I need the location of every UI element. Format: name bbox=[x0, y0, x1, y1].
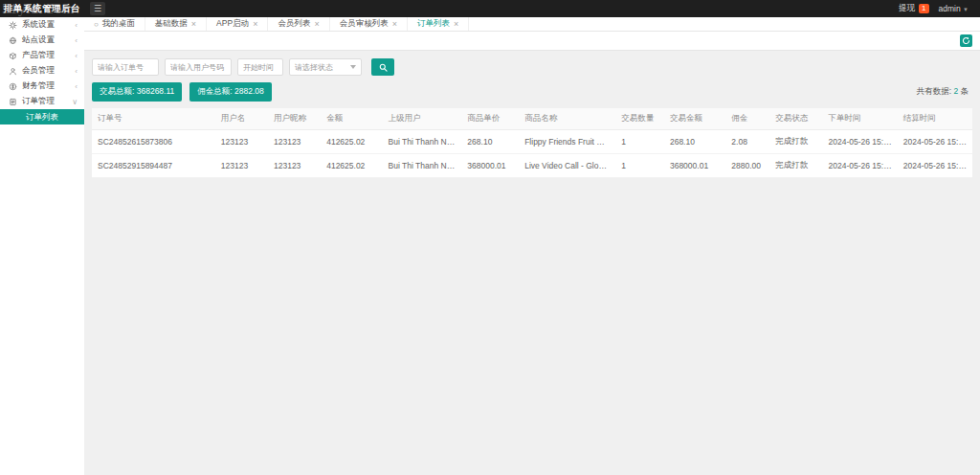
order-number-input[interactable] bbox=[92, 58, 159, 76]
tab-basic-data[interactable]: 基础数据 × bbox=[145, 17, 207, 31]
user-number-input[interactable] bbox=[165, 58, 232, 76]
tab-bar: ○ 我的桌面 基础数据 × APP启动 × 会员列表 × 会员审核列表 × 订单… bbox=[84, 17, 980, 32]
main-area: ○ 我的桌面 基础数据 × APP启动 × 会员列表 × 会员审核列表 × 订单… bbox=[84, 17, 980, 475]
tab-app-launch[interactable]: APP启动 × bbox=[207, 17, 268, 31]
sidebar-item-order-list-active[interactable]: 订单列表 bbox=[0, 109, 84, 124]
cell-settle-time: 2024-05-26 15:07:19 bbox=[898, 130, 972, 154]
col-username: 用户名 bbox=[215, 108, 268, 130]
col-nickname: 用户昵称 bbox=[268, 108, 321, 130]
orders-table: 订单号 用户名 用户昵称 金额 上级用户 商品单价 商品名称 交易数量 交易金额… bbox=[92, 108, 972, 178]
col-order-time: 下单时间 bbox=[823, 108, 898, 130]
filter-row: 请选择状态 bbox=[92, 58, 972, 76]
close-icon[interactable]: × bbox=[392, 20, 397, 29]
cell-unit-price: 368000.01 bbox=[461, 154, 519, 178]
col-order-no: 订单号 bbox=[92, 108, 215, 130]
col-upline-user: 上级用户 bbox=[383, 108, 462, 130]
clipboard-icon bbox=[9, 98, 17, 106]
cell-product-name: Live Video Call - Global Call bbox=[519, 154, 615, 178]
top-header: 排单系统管理后台 ☰ 提现 1 admin ▼ bbox=[0, 0, 980, 17]
cell-trade-amount: 268.10 bbox=[664, 130, 725, 154]
cell-trade-qty: 1 bbox=[615, 130, 664, 154]
search-icon bbox=[379, 63, 388, 72]
tab-label: 会员审核列表 bbox=[340, 18, 389, 30]
close-icon[interactable]: × bbox=[191, 20, 196, 29]
close-icon[interactable]: × bbox=[454, 20, 458, 29]
tab-member-audit-list[interactable]: 会员审核列表 × bbox=[330, 17, 408, 31]
cell-order-time: 2024-05-26 15:08:04 bbox=[823, 154, 898, 178]
sidebar-item-order-management[interactable]: 订单管理 ∨ bbox=[0, 94, 84, 109]
tab-label: 会员列表 bbox=[278, 18, 310, 30]
chevron-left-icon: ‹ bbox=[75, 82, 78, 91]
col-trade-status: 交易状态 bbox=[769, 108, 822, 130]
col-trade-qty: 交易数量 bbox=[615, 108, 664, 130]
chevron-down-icon: ∨ bbox=[72, 98, 78, 106]
tab-label: 我的桌面 bbox=[102, 18, 135, 30]
status-select[interactable]: 请选择状态 bbox=[289, 58, 362, 76]
sidebar: 系统设置 ‹ 站点设置 ‹ 产品管理 ‹ 会员管理 ‹ 财务管理 ‹ 订单管理 … bbox=[0, 17, 84, 475]
dollar-icon bbox=[9, 82, 17, 91]
chevron-left-icon: ‹ bbox=[75, 67, 78, 76]
cell-upline-user: Bui Thi Thanh Nhan bbox=[383, 130, 462, 154]
tab-label: 基础数据 bbox=[155, 18, 188, 30]
close-icon[interactable]: × bbox=[253, 20, 257, 29]
table-row: SC24852615873806 123123 123123 412625.02… bbox=[92, 130, 972, 154]
tab-label: 订单列表 bbox=[417, 18, 450, 30]
table-header-row: 订单号 用户名 用户昵称 金额 上级用户 商品单价 商品名称 交易数量 交易金额… bbox=[92, 108, 972, 130]
sidebar-item-finance-management[interactable]: 财务管理 ‹ bbox=[0, 79, 84, 94]
content-toolbar bbox=[84, 32, 980, 51]
menu-toggle-icon[interactable]: ☰ bbox=[90, 2, 105, 15]
cell-username: 123123 bbox=[215, 130, 268, 154]
chevron-down-icon: ▼ bbox=[963, 7, 969, 12]
refresh-icon bbox=[962, 36, 970, 45]
col-trade-amount: 交易金额 bbox=[664, 108, 725, 130]
col-product-name: 商品名称 bbox=[519, 108, 615, 130]
cell-settle-time: 2024-05-26 15:08:35 bbox=[898, 154, 972, 178]
chevron-left-icon: ‹ bbox=[75, 21, 78, 30]
tab-my-desktop[interactable]: ○ 我的桌面 bbox=[84, 17, 145, 31]
cell-username: 123123 bbox=[215, 154, 268, 178]
table-row: SC24852915894487 123123 123123 412625.02… bbox=[92, 154, 972, 178]
username: admin bbox=[939, 4, 961, 13]
withdraw-count-badge: 1 bbox=[919, 4, 928, 13]
cell-amount: 412625.02 bbox=[321, 154, 382, 178]
cell-commission: 2880.00 bbox=[725, 154, 769, 178]
tab-order-list[interactable]: 订单列表 × bbox=[408, 17, 469, 31]
sidebar-item-site-settings[interactable]: 站点设置 ‹ bbox=[0, 33, 84, 48]
start-time-input[interactable] bbox=[237, 58, 283, 76]
chevron-down-icon bbox=[350, 65, 356, 69]
sidebar-item-label: 系统设置 bbox=[22, 19, 55, 31]
sidebar-item-system-settings[interactable]: 系统设置 ‹ bbox=[0, 17, 84, 33]
box-icon bbox=[9, 52, 17, 60]
sidebar-item-label: 财务管理 bbox=[22, 80, 55, 92]
chevron-left-icon: ‹ bbox=[75, 52, 78, 60]
total-trade-chip: 交易总额: 368268.11 bbox=[92, 82, 182, 102]
cell-nickname: 123123 bbox=[268, 130, 321, 154]
cell-trade-amount: 368000.01 bbox=[664, 154, 725, 178]
status-select-value: 请选择状态 bbox=[295, 62, 333, 73]
cell-amount: 412625.02 bbox=[321, 130, 382, 154]
gear-icon bbox=[9, 21, 17, 30]
sidebar-item-product-management[interactable]: 产品管理 ‹ bbox=[0, 48, 84, 63]
cell-upline-user: Bui Thi Thanh Nhan bbox=[383, 154, 462, 178]
tab-member-list[interactable]: 会员列表 × bbox=[268, 17, 329, 31]
cell-trade-status: 完成打款 bbox=[769, 130, 822, 154]
globe-icon bbox=[9, 36, 17, 45]
desktop-icon: ○ bbox=[94, 20, 99, 29]
user-icon bbox=[9, 67, 17, 76]
cell-order-no: SC24852615873806 bbox=[92, 130, 215, 154]
close-icon[interactable]: × bbox=[314, 20, 319, 29]
record-count: 共有数据: 2 条 bbox=[917, 86, 972, 98]
cell-order-no: SC24852915894487 bbox=[92, 154, 215, 178]
summary-row: 交易总额: 368268.11 佣金总额: 2882.08 共有数据: 2 条 bbox=[92, 82, 972, 102]
app-logo: 排单系统管理后台 bbox=[0, 3, 84, 15]
sidebar-item-member-management[interactable]: 会员管理 ‹ bbox=[0, 63, 84, 79]
cell-product-name: Flippy Friends Fruit Crush AP bbox=[519, 130, 615, 154]
refresh-button[interactable] bbox=[960, 34, 972, 47]
user-menu[interactable]: admin ▼ bbox=[939, 4, 969, 13]
cell-nickname: 123123 bbox=[268, 154, 321, 178]
col-unit-price: 商品单价 bbox=[461, 108, 519, 130]
sidebar-item-label: 产品管理 bbox=[22, 50, 55, 61]
sidebar-item-label: 站点设置 bbox=[22, 34, 55, 46]
search-button[interactable] bbox=[371, 58, 394, 76]
withdraw-button[interactable]: 提现 1 bbox=[899, 3, 928, 14]
